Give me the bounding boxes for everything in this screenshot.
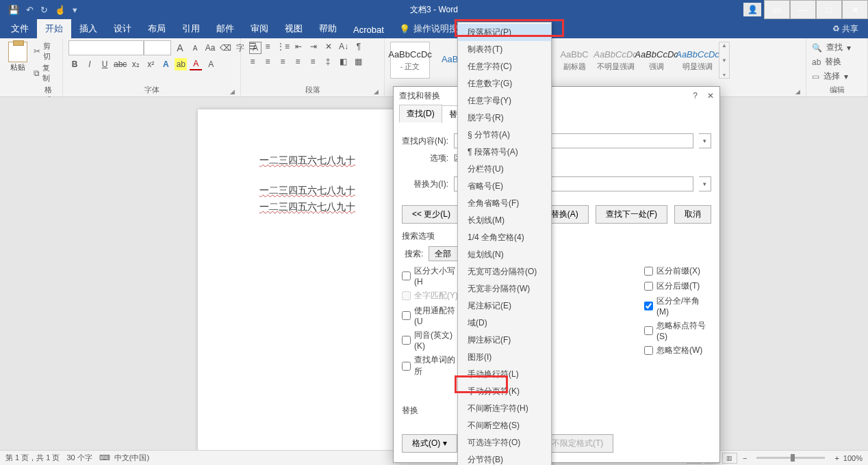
- zoom-level[interactable]: 100%: [843, 454, 863, 462]
- show-marks-button[interactable]: ¶: [353, 40, 365, 53]
- chk-prefix[interactable]: 区分前缀(X): [644, 265, 711, 277]
- menu-nowidth-nonbreak[interactable]: 无宽非分隔符(W): [458, 280, 551, 297]
- tab-view[interactable]: 视图: [277, 19, 311, 38]
- format-button[interactable]: 格式(O) ▾: [402, 434, 457, 453]
- touch-mode-icon[interactable]: ☝: [55, 5, 66, 15]
- justify-button[interactable]: ≡: [292, 55, 304, 68]
- font-name-combo[interactable]: [68, 40, 171, 55]
- style-subtitle[interactable]: AaBbC副标题: [554, 42, 594, 79]
- language-status[interactable]: 中文(中国): [114, 453, 149, 463]
- decrease-indent-button[interactable]: ⇤: [292, 40, 305, 53]
- styles-scroll[interactable]: ▲▼▾: [719, 42, 730, 79]
- select-button[interactable]: ▭选择 ▾: [812, 69, 862, 83]
- paste-button[interactable]: 粘贴: [5, 40, 30, 74]
- font-name-input[interactable]: [68, 40, 144, 55]
- numbering-button[interactable]: ≡: [261, 40, 274, 53]
- tab-insert[interactable]: 插入: [71, 19, 105, 38]
- style-intense-emphasis[interactable]: AaBbCcDc明显强调: [678, 42, 717, 79]
- tab-acrobat[interactable]: Acrobat: [345, 21, 392, 38]
- chk-full-half[interactable]: 区分全/半角(M): [644, 295, 711, 317]
- chk-ignore-punct[interactable]: 忽略标点符号(S): [644, 320, 711, 341]
- paragraph-launcher-icon[interactable]: ◢: [374, 88, 379, 95]
- increase-indent-button[interactable]: ⇥: [307, 40, 320, 53]
- maximize-button[interactable]: □: [816, 0, 842, 19]
- menu-optional-hyphen[interactable]: 可选连字符(O): [458, 434, 551, 451]
- find-next-button[interactable]: 查找下一处(F): [596, 205, 667, 224]
- align-right-button[interactable]: ≡: [277, 55, 289, 68]
- menu-tab-char[interactable]: 制表符(T): [458, 41, 551, 58]
- menu-en-dash[interactable]: 短划线(N): [458, 246, 551, 263]
- dialog-tab-find[interactable]: 查找(D): [399, 105, 442, 122]
- dialog-close-button[interactable]: ✕: [707, 91, 714, 101]
- save-icon[interactable]: 💾: [8, 5, 19, 15]
- dialog-help-button[interactable]: ?: [693, 91, 698, 101]
- align-center-button[interactable]: ≡: [261, 55, 274, 68]
- menu-paragraph-mark[interactable]: 段落标记(P): [458, 24, 551, 41]
- tab-file[interactable]: 文件: [3, 19, 37, 38]
- menu-footnote-mark[interactable]: 脚注标记(F): [458, 332, 551, 349]
- menu-any-digit[interactable]: 任意数字(G): [458, 75, 551, 92]
- menu-nonbreak-hyphen[interactable]: 不间断连字符(H): [458, 400, 551, 417]
- less-button[interactable]: << 更少(L): [402, 205, 461, 224]
- user-avatar[interactable]: 👤: [743, 3, 761, 16]
- tab-mail[interactable]: 邮件: [208, 19, 242, 38]
- menu-graphic[interactable]: 图形(I): [458, 349, 551, 366]
- chk-match-case[interactable]: 区分大小写(H: [402, 265, 459, 287]
- bold-button[interactable]: B: [68, 58, 81, 70]
- zoom-slider[interactable]: [756, 457, 825, 459]
- italic-button[interactable]: I: [84, 58, 96, 70]
- clear-formatting-button[interactable]: ⌫: [219, 42, 231, 54]
- menu-quarter-em-space[interactable]: 1/4 全角空格(4): [458, 229, 551, 246]
- menu-ellipsis[interactable]: 省略号(E): [458, 178, 551, 195]
- line-spacing-button[interactable]: ‡: [322, 55, 334, 68]
- redo-icon[interactable]: ↻: [40, 5, 48, 15]
- font-launcher-icon[interactable]: ◢: [230, 88, 235, 95]
- style-subtle-emphasis[interactable]: AaBbCcDc不明显强调: [596, 42, 635, 79]
- menu-full-ellipsis[interactable]: 全角省略号(F): [458, 195, 551, 212]
- replace-dropdown-icon[interactable]: ▾: [699, 176, 711, 191]
- sort-button[interactable]: A↓: [337, 40, 350, 53]
- tab-help[interactable]: 帮助: [311, 19, 345, 38]
- distribute-button[interactable]: ≡: [307, 55, 319, 68]
- copy-button[interactable]: ⧉复制: [34, 62, 57, 84]
- tab-layout[interactable]: 布局: [140, 19, 174, 38]
- menu-field[interactable]: 域(D): [458, 315, 551, 332]
- menu-any-letter[interactable]: 任意字母(Y): [458, 92, 551, 109]
- web-layout-button[interactable]: ▥: [722, 453, 737, 464]
- style-normal[interactable]: AaBbCcDc- 正文: [390, 42, 430, 79]
- char-shading-button[interactable]: A: [205, 58, 217, 70]
- undo-icon[interactable]: ↶: [26, 5, 34, 15]
- menu-em-dash[interactable]: 长划线(M): [458, 212, 551, 229]
- style-emphasis[interactable]: AaBbCcDc强调: [637, 42, 676, 79]
- menu-manual-line-break[interactable]: 手动换行符(L): [458, 366, 551, 383]
- menu-caret[interactable]: 脱字号(R): [458, 109, 551, 127]
- chk-all-forms[interactable]: 查找单词的所: [402, 354, 459, 377]
- replace-button[interactable]: ab替换: [812, 55, 862, 69]
- zoom-out-button[interactable]: −: [743, 454, 747, 462]
- menu-endnote-mark[interactable]: 尾注标记(E): [458, 297, 551, 315]
- find-button[interactable]: 🔍查找 ▾: [812, 40, 862, 55]
- bullets-button[interactable]: ☰: [246, 40, 259, 53]
- menu-nowidth-optional-break[interactable]: 无宽可选分隔符(O): [458, 263, 551, 280]
- highlight-button[interactable]: ab: [175, 58, 187, 70]
- word-count[interactable]: 30 个字: [66, 453, 92, 463]
- styles-launcher-icon[interactable]: ◢: [795, 88, 800, 95]
- font-color-button[interactable]: A: [190, 58, 202, 70]
- subscript-button[interactable]: x₂: [129, 58, 142, 70]
- menu-column-break[interactable]: 分栏符(U): [458, 161, 551, 178]
- tab-design[interactable]: 设计: [105, 19, 140, 38]
- superscript-button[interactable]: x²: [144, 58, 157, 70]
- menu-manual-page-break[interactable]: 手动分页符(K): [458, 383, 551, 400]
- chk-suffix[interactable]: 区分后缀(T): [644, 280, 711, 292]
- strikethrough-button[interactable]: abc: [114, 58, 127, 70]
- find-dropdown-icon[interactable]: ▾: [699, 133, 711, 148]
- chk-sounds-like[interactable]: 同音(英文)(K): [402, 330, 459, 351]
- change-case-button[interactable]: Aa: [204, 42, 216, 54]
- page-status[interactable]: 第 1 页，共 1 页: [5, 453, 60, 463]
- text-effects-button[interactable]: A: [159, 58, 172, 70]
- menu-para-symbol[interactable]: ¶ 段落符号(A): [458, 144, 551, 161]
- underline-button[interactable]: U: [99, 58, 111, 70]
- chk-wildcards[interactable]: 使用通配符(U: [402, 305, 459, 326]
- zoom-in-button[interactable]: +: [834, 454, 839, 462]
- shading-button[interactable]: ◧: [337, 55, 349, 68]
